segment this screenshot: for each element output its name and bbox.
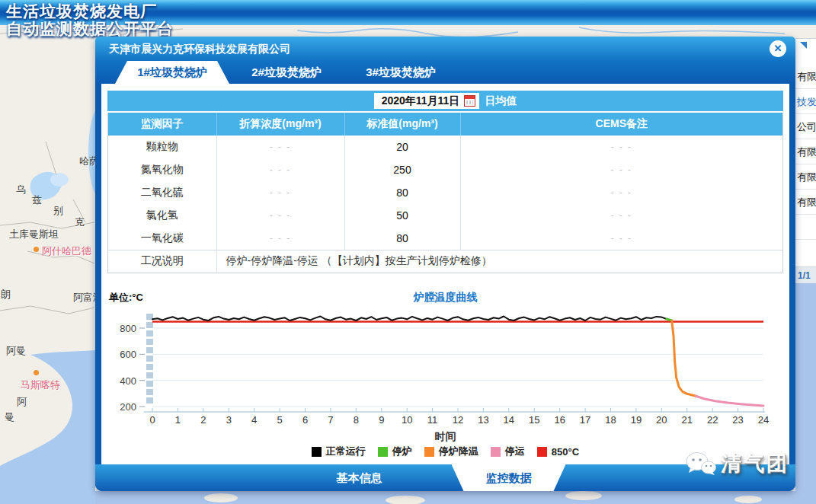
table-row: 一氧化碳- - -80- - - (108, 227, 782, 250)
close-icon[interactable]: ✕ (770, 40, 786, 57)
map-label: 阿曼 (6, 344, 26, 358)
pagination[interactable]: 1/1 (795, 266, 816, 283)
map-label: 马斯喀特 (21, 378, 60, 392)
list-item[interactable]: 公司 (795, 114, 816, 139)
table-row: 氮氧化物- - -250- - - (108, 158, 782, 181)
tab-incinerator-1[interactable]: 1#垃圾焚烧炉 (115, 61, 229, 84)
y-axis-label: 600 (120, 349, 136, 360)
background-list-panel: 有限技发公司有限有限有限 1/1 (795, 38, 816, 283)
column-header: CEMS备注 (460, 113, 782, 136)
legend-label: 停运 (505, 445, 525, 458)
tab-monitor-data[interactable]: 监控数据 (452, 464, 566, 491)
x-axis-label: 10 (402, 414, 412, 426)
table-cell-concentration: - - - (216, 204, 344, 227)
table-cell-factor: 颗粒物 (108, 136, 216, 158)
date-picker[interactable]: 2020年11月11日 (374, 93, 480, 109)
x-axis-label: 15 (529, 414, 539, 426)
x-axis-label: 2 (200, 414, 206, 426)
x-axis-label: 16 (554, 414, 565, 426)
table-cell-concentration: - - - (216, 136, 344, 158)
daily-average-label: 日均值 (485, 94, 517, 108)
legend-swatch (424, 447, 434, 457)
table-cell-standard: 250 (344, 158, 460, 181)
background-list-rows: 有限技发公司有限有限有限 (795, 64, 816, 240)
table-cell-concentration: - - - (216, 158, 344, 181)
x-axis-label: 8 (354, 414, 359, 426)
legend-swatch (537, 447, 547, 457)
legend-label: 停炉降温 (439, 445, 478, 458)
table-cell-standard: 80 (344, 181, 460, 204)
wechat-icon (686, 451, 716, 476)
legend-label: 正常运行 (326, 445, 366, 458)
y-axis-bar-segment (146, 347, 153, 353)
legend-item: 停炉 (378, 445, 412, 458)
x-axis-label: 1 (175, 414, 181, 426)
x-axis-label: 22 (707, 414, 718, 426)
table-cell-cems: - - - (460, 227, 782, 250)
watermark: 清气团 (686, 450, 789, 477)
y-axis-bar-segment (146, 356, 153, 362)
x-axis-label: 5 (277, 414, 282, 426)
company-title: 天津市晨兴力克环保科技发展有限公司 (95, 37, 795, 61)
map-label: 兹 (32, 193, 42, 207)
x-axis-label: 7 (328, 414, 333, 426)
x-axis-label: 17 (580, 414, 590, 426)
table-cell-cems: - - - (460, 136, 782, 158)
list-item[interactable]: 有限 (795, 64, 816, 89)
list-item[interactable]: 有限 (795, 139, 816, 164)
calendar-icon[interactable] (464, 95, 475, 107)
table-cell-factor: 氯化氢 (108, 204, 216, 227)
city-dot-icon (34, 247, 39, 252)
x-axis-label: 4 (251, 414, 257, 426)
monitoring-table: 监测因子折算浓度(mg/m³)标准值(mg/m³)CEMS备注 颗粒物- - -… (107, 113, 783, 273)
series-停运 (696, 396, 763, 406)
date-value[interactable]: 2020年11月11日 (382, 94, 460, 108)
table-cell-cems: - - - (460, 204, 782, 227)
map-label: 乌 (16, 183, 26, 196)
app-title: 生活垃圾焚烧发电厂 自动监测数据公开平台 (6, 2, 174, 37)
map-label: 克 (75, 215, 85, 229)
y-axis-bar-segment (146, 339, 153, 345)
y-axis-bar-segment (146, 397, 153, 404)
list-item[interactable]: 有限 (795, 190, 816, 215)
incinerator-tabs: 1#垃圾焚烧炉2#垃圾焚烧炉3#垃圾焚烧炉 (95, 61, 795, 84)
chart-title: 炉膛温度曲线 (107, 291, 783, 305)
list-item[interactable] (795, 215, 816, 240)
column-header: 标准值(mg/m³) (344, 113, 460, 136)
watermark-text: 清气团 (721, 450, 789, 477)
table-cell-factor: 二氧化硫 (108, 181, 216, 204)
list-item[interactable]: 技发 (795, 89, 816, 114)
legend-item: 850°C (537, 446, 579, 458)
table-cell-standard: 80 (344, 227, 460, 250)
series-正常运行 (152, 317, 667, 321)
table-row: 氯化氢- - -50- - - (108, 204, 782, 227)
legend-item: 停运 (491, 445, 525, 458)
map-label: 阿什哈巴德 (42, 244, 91, 258)
table-cell-cems: - - - (460, 158, 782, 181)
list-item[interactable]: 有限 (795, 164, 816, 190)
monitoring-dialog: 天津市晨兴力克环保科技发展有限公司 ✕ 1#垃圾焚烧炉2#垃圾焚烧炉3#垃圾焚烧… (95, 37, 795, 491)
legend-label: 停炉 (392, 445, 412, 458)
y-axis-label: 200 (120, 401, 136, 413)
map-label: 阿 (17, 395, 27, 409)
furnace-temperature-chart: 2004006008000123456789101112131415161718… (107, 306, 783, 428)
table-cell-standard: 20 (344, 136, 460, 158)
table-cell-concentration: - - - (216, 227, 344, 250)
tab-incinerator-3[interactable]: 3#垃圾焚烧炉 (344, 61, 458, 84)
map-label: 别 (53, 204, 63, 218)
map-label: 土库曼斯坦 (9, 228, 59, 241)
tab-incinerator-2[interactable]: 2#垃圾焚烧炉 (229, 61, 344, 84)
x-axis-label: 6 (302, 414, 308, 426)
condition-text: 停炉-停炉降温-停运 （【计划内】按生产计划停炉检修） (216, 250, 782, 273)
map-label: 曼 (5, 410, 14, 424)
table-row: 二氧化硫- - -80- - - (108, 181, 782, 204)
y-axis-bar-segment (146, 389, 153, 395)
x-axis-label: 24 (758, 414, 769, 426)
y-axis-bar-segment (146, 330, 153, 337)
column-header: 折算浓度(mg/m³) (216, 113, 344, 136)
tab-basic-info[interactable]: 基本信息 (302, 464, 417, 491)
table-cell-standard: 50 (344, 204, 460, 227)
legend-swatch (312, 447, 322, 457)
y-axis-label: 400 (120, 375, 136, 387)
panel-corner-icon (800, 42, 807, 49)
